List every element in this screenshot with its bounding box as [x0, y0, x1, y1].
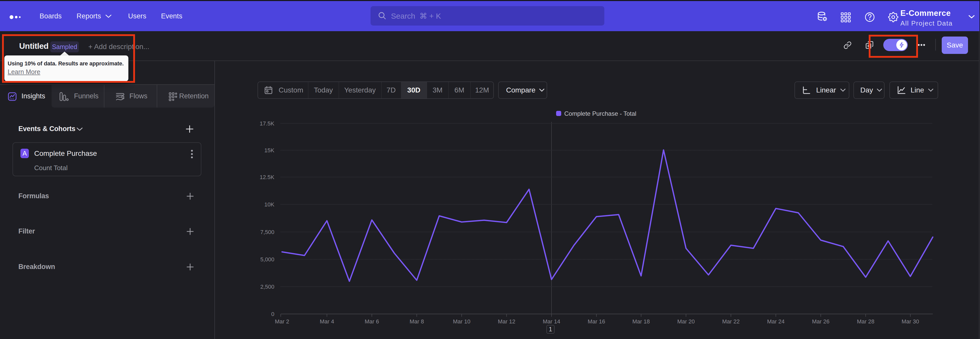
svg-text:Mar 22: Mar 22 [722, 318, 740, 325]
svg-text:12.5K: 12.5K [260, 174, 275, 181]
svg-text:Mar 14: Mar 14 [543, 318, 560, 325]
svg-text:Mar 30: Mar 30 [902, 318, 919, 325]
svg-text:Mar 4: Mar 4 [320, 318, 334, 325]
svg-text:Mar 16: Mar 16 [588, 318, 605, 325]
svg-text:Mar 2: Mar 2 [275, 318, 289, 325]
svg-text:Mar 8: Mar 8 [410, 318, 424, 325]
svg-text:2,500: 2,500 [260, 283, 274, 290]
svg-text:Mar 20: Mar 20 [677, 318, 695, 325]
svg-text:Mar 12: Mar 12 [498, 318, 515, 325]
svg-text:Mar 26: Mar 26 [812, 318, 829, 325]
svg-text:Mar 24: Mar 24 [767, 318, 784, 325]
svg-text:7,500: 7,500 [260, 229, 274, 235]
svg-text:15K: 15K [264, 147, 274, 154]
svg-text:Mar 10: Mar 10 [453, 318, 470, 325]
svg-text:10K: 10K [264, 201, 274, 208]
svg-text:Mar 6: Mar 6 [365, 318, 379, 325]
svg-text:Mar 18: Mar 18 [632, 318, 650, 325]
svg-text:5,000: 5,000 [260, 256, 274, 262]
svg-text:Mar 28: Mar 28 [857, 318, 874, 325]
svg-text:0: 0 [271, 311, 274, 317]
svg-text:17.5K: 17.5K [260, 120, 275, 127]
